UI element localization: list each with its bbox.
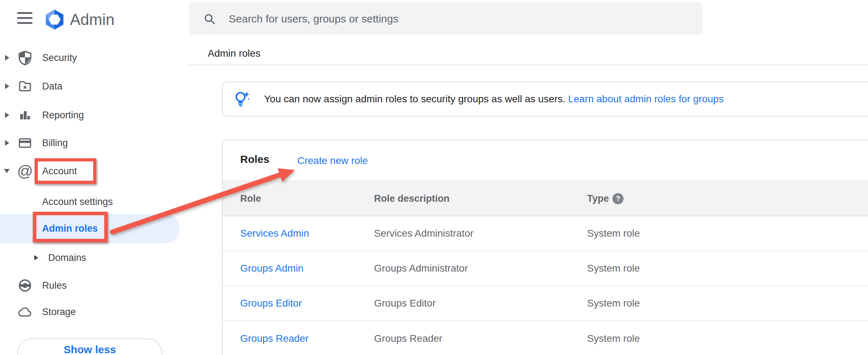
create-new-role-link[interactable]: Create new role <box>297 155 368 166</box>
bar-chart-icon <box>17 107 33 123</box>
menu-bar <box>17 17 32 19</box>
menu-icon[interactable] <box>17 12 32 24</box>
role-type: System role <box>587 251 640 285</box>
menu-bar <box>17 12 32 14</box>
admin-logo[interactable]: Admin <box>44 9 115 30</box>
role-type: System role <box>587 216 640 251</box>
banner-message: You can now assign admin roles to securi… <box>264 93 565 104</box>
folder-star-icon <box>17 78 33 94</box>
role-link[interactable]: Groups Reader <box>240 321 308 355</box>
credit-card-icon <box>17 135 33 151</box>
info-banner: You can now assign admin roles to securi… <box>222 82 868 117</box>
role-type: System role <box>587 286 640 320</box>
sidebar-item-data[interactable]: Data <box>0 76 181 96</box>
sidebar-item-rules[interactable]: Rules <box>0 276 181 295</box>
expand-right-icon[interactable] <box>5 83 9 89</box>
role-description: Services Administrator <box>374 216 474 251</box>
role-type: System role <box>587 321 640 355</box>
search-icon <box>204 13 215 25</box>
role-description: Groups Administrator <box>374 251 468 285</box>
expand-right-icon[interactable] <box>34 255 38 260</box>
banner-text: You can now assign admin roles to securi… <box>264 93 724 105</box>
role-link[interactable]: Services Admin <box>240 216 309 251</box>
expand-right-icon[interactable] <box>5 112 9 118</box>
expand-right-icon[interactable] <box>5 55 9 61</box>
shield-icon <box>17 50 33 66</box>
sidebar-item-domains[interactable]: Domains <box>0 248 181 268</box>
cloud-icon <box>17 304 33 320</box>
table-row: Groups Reader Groups Reader System role <box>223 321 868 355</box>
role-link[interactable]: Groups Editor <box>240 286 302 320</box>
table-row: Groups Editor Groups Editor System role <box>223 286 868 321</box>
sidebar-item-admin-roles[interactable]: Admin roles <box>0 218 181 238</box>
column-header-type: Type <box>587 181 609 216</box>
show-less-button[interactable]: Show less <box>17 338 162 355</box>
sidebar-item-account[interactable]: @ Account <box>0 161 181 181</box>
expand-right-icon[interactable] <box>5 140 9 146</box>
type-help-icon[interactable]: ? <box>612 181 624 216</box>
table-row: Groups Admin Groups Administrator System… <box>223 251 868 286</box>
banner-link[interactable]: Learn about admin roles for groups <box>568 93 724 104</box>
table-header-row: Role Role description Type ? <box>223 181 868 216</box>
column-header-description: Role description <box>374 181 450 216</box>
admin-hexagon-icon <box>44 9 65 30</box>
at-icon: @ <box>17 163 33 179</box>
roles-title: Roles <box>240 153 269 165</box>
sidebar-item-security[interactable]: Security <box>0 48 181 68</box>
sidebar-item-billing[interactable]: Billing <box>0 133 181 153</box>
column-header-role: Role <box>240 181 261 216</box>
table-row: Services Admin Services Administrator Sy… <box>223 216 868 251</box>
sidebar-item-account-settings[interactable]: Account settings <box>0 192 181 212</box>
product-name: Admin <box>70 11 115 29</box>
search-bar[interactable] <box>189 2 703 35</box>
breadcrumb: Admin roles <box>208 48 261 59</box>
roles-card: Roles Create new role Role Role descript… <box>222 140 868 355</box>
search-input[interactable] <box>229 13 657 25</box>
svg-text:@: @ <box>17 163 33 179</box>
role-description: Groups Reader <box>374 321 442 355</box>
lightbulb-sparkle-icon <box>234 91 250 107</box>
header-divider <box>188 65 868 65</box>
role-link[interactable]: Groups Admin <box>240 251 303 285</box>
steering-wheel-icon <box>17 278 33 293</box>
menu-bar <box>17 22 32 24</box>
sidebar-item-storage[interactable]: Storage <box>0 302 181 322</box>
sidebar-item-reporting[interactable]: Reporting <box>0 105 181 125</box>
role-description: Groups Editor <box>374 286 436 320</box>
admin-console-screen: Admin Admin roles You can now assign adm… <box>0 0 868 355</box>
collapse-down-icon[interactable] <box>4 169 10 173</box>
